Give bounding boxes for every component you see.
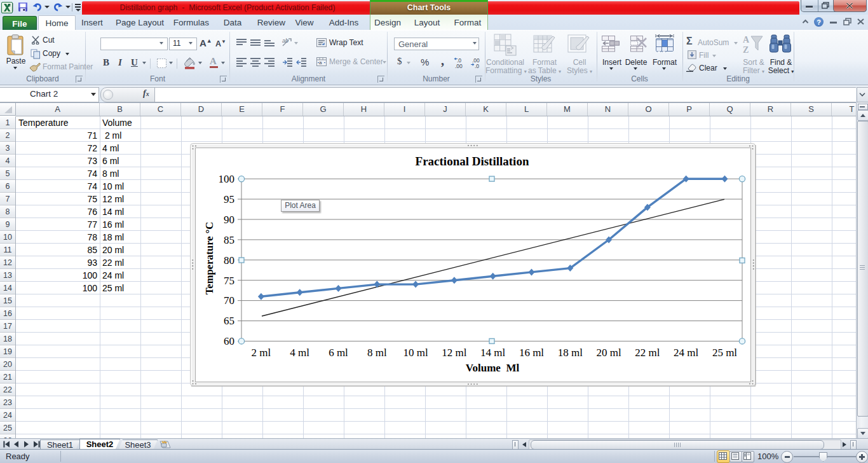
svg-text:85: 85 — [224, 234, 234, 246]
svg-text:Temperature °C: Temperature °C — [203, 222, 215, 294]
svg-text:22 ml: 22 ml — [635, 347, 660, 359]
svg-text:25 ml: 25 ml — [712, 347, 737, 359]
svg-text:4 ml: 4 ml — [290, 347, 309, 359]
svg-text:12 ml: 12 ml — [442, 347, 466, 359]
svg-text:80: 80 — [224, 254, 234, 266]
svg-text:.0: .0 — [475, 63, 479, 69]
svg-text:100: 100 — [219, 173, 235, 185]
svg-text:ab: ab — [282, 38, 288, 44]
svg-text:a: a — [319, 60, 322, 66]
svg-text:90: 90 — [224, 214, 234, 226]
svg-text:95: 95 — [224, 193, 234, 205]
svg-text:65: 65 — [224, 315, 234, 327]
svg-text:70: 70 — [224, 294, 234, 307]
svg-text:16 ml: 16 ml — [519, 347, 544, 359]
svg-text:Fractional Distillation: Fractional Distillation — [416, 155, 529, 168]
svg-text:10 ml: 10 ml — [403, 347, 428, 359]
svg-text:2 ml: 2 ml — [252, 347, 271, 359]
svg-text:A: A — [743, 35, 750, 45]
svg-text:6 ml: 6 ml — [329, 347, 348, 359]
svg-text:20 ml: 20 ml — [596, 347, 621, 359]
svg-text:8 ml: 8 ml — [367, 347, 387, 359]
svg-text:14 ml: 14 ml — [480, 347, 505, 359]
svg-text:Z: Z — [743, 45, 749, 55]
svg-text:.00: .00 — [455, 63, 463, 69]
svg-text:60: 60 — [224, 335, 234, 347]
svg-text:18 ml: 18 ml — [558, 347, 583, 359]
svg-text:Volume Ml: Volume Ml — [466, 362, 520, 374]
svg-text:75: 75 — [224, 275, 234, 287]
svg-text:24 ml: 24 ml — [674, 347, 698, 359]
